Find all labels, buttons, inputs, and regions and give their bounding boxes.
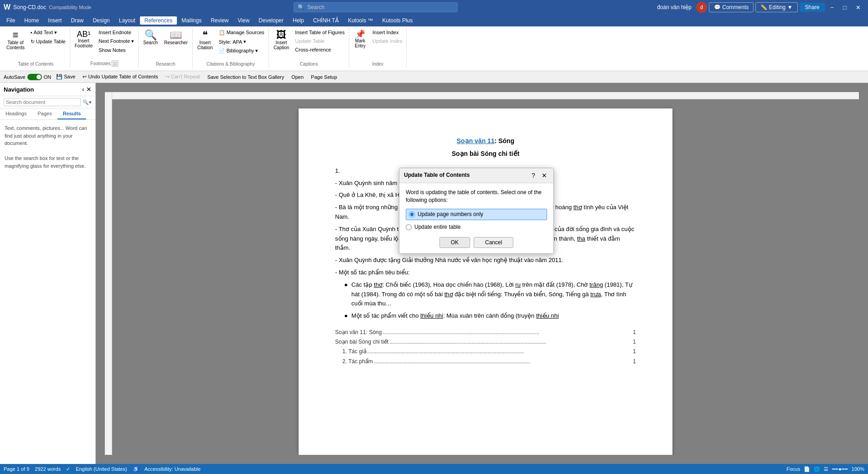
insert-citation-button[interactable]: ❝ InsertCitation [195, 28, 216, 52]
index-group-label: Index [351, 61, 404, 67]
title-bar-left: W Song-CD.doc Compatibility Mode [4, 3, 94, 11]
dialog-title-bar: Update Table of Contents ? ✕ [399, 168, 553, 183]
nav-tab-headings[interactable]: Headings [0, 108, 32, 119]
bullet-dot-2: ● [344, 311, 348, 321]
focus-button[interactable]: Focus [786, 466, 800, 472]
doc-main-title: Soạn văn 11: Sóng [335, 136, 636, 146]
minimize-button[interactable]: − [827, 3, 838, 12]
doc-toc: Soạn văn 11: Sóng ......................… [335, 328, 636, 366]
insert-caption-button[interactable]: 🖼 InsertCaption [271, 28, 292, 52]
dialog-close-button[interactable]: ✕ [540, 171, 549, 180]
nav-search-input[interactable] [4, 98, 81, 106]
document-area: Soạn văn 11: Sóng Soạn bài Sóng chi tiết… [96, 83, 868, 464]
avatar: đ [696, 2, 707, 13]
zoom-slider[interactable]: ━━●━━ [832, 466, 848, 472]
save-button-qa[interactable]: 💾 Save [54, 73, 78, 81]
menu-design[interactable]: Design [88, 16, 114, 25]
toc-dots-2: ........................................… [388, 338, 633, 346]
menu-file[interactable]: File [2, 16, 20, 25]
toc-icon: ≡ [13, 30, 19, 40]
insert-endnote-button[interactable]: Insert Endnote [96, 28, 136, 36]
menu-insert[interactable]: Insert [43, 16, 66, 25]
doc-title-link[interactable]: Soạn văn 11 [457, 137, 495, 144]
undo-button[interactable]: ↩ Undo Update Table of Contents [80, 73, 160, 81]
footnotes-column: Insert Endnote Next Footnote ▾ Show Note… [96, 28, 136, 54]
nav-tab-pages[interactable]: Pages [32, 108, 57, 119]
dialog-ok-button[interactable]: OK [439, 237, 470, 248]
menu-chinh-ta[interactable]: CHÍNH TẢ [309, 16, 343, 25]
search-button[interactable]: 🔍 Search [140, 28, 160, 47]
bibliography-button[interactable]: 📄 Bibliography ▾ [217, 46, 267, 55]
dialog-help-button[interactable]: ? [529, 171, 538, 180]
update-table-toc-button[interactable]: ↻ Update Table [28, 37, 68, 46]
add-text-button[interactable]: ▪ Add Text ▾ [28, 28, 68, 37]
insert-footnote-button[interactable]: AB¹ InsertFootnote [72, 28, 95, 50]
nav-collapse-btn[interactable]: ‹ [82, 86, 84, 93]
researcher-button[interactable]: 📖 Researcher [161, 28, 191, 47]
save-selection-button[interactable]: Save Selection to Text Box Gallery [205, 73, 287, 81]
dialog-description: Word is updating the table of contents. … [406, 189, 547, 204]
dialog-option-entire-table[interactable]: Update entire table [406, 223, 547, 232]
menu-help[interactable]: Help [288, 16, 309, 25]
view-print-icon[interactable]: 📄 [804, 466, 810, 472]
menu-kutools-plus[interactable]: Kutools Plus [378, 16, 418, 25]
manage-sources-button[interactable]: 📋 Manage Sources [217, 28, 267, 37]
doc-title-song: Sóng [496, 137, 514, 144]
dialog-cancel-button[interactable]: Cancel [474, 237, 513, 248]
footnote-icon: AB¹ [77, 30, 90, 38]
insert-index-button[interactable]: Insert Index [370, 28, 404, 36]
status-right: Focus 📄 🌐 ☰ ━━●━━ 100% [786, 466, 864, 472]
ribbon-group-citations: ❝ InsertCitation 📋 Manage Sources Style:… [193, 27, 269, 67]
toc-title-4: 2. Tác phẩm [342, 357, 373, 366]
style-select[interactable]: Style: APA ▾ [217, 37, 267, 46]
menu-view[interactable]: View [233, 16, 254, 25]
search-options-btn[interactable]: 🔍▾ [83, 99, 92, 105]
nav-help-text-1: Text, comments, pictures... Word can fin… [5, 124, 91, 147]
show-notes-button[interactable]: Show Notes [96, 46, 136, 54]
ribbon-groups: ≡ Table ofContents ▪ Add Text ▾ ↻ Update… [0, 27, 868, 67]
doc-para-7: - Một số tác phẩm tiêu biểu: [335, 268, 636, 278]
cross-reference-button[interactable]: Cross-reference [293, 46, 347, 54]
comments-button[interactable]: 💬 Comments [709, 2, 754, 12]
menu-review[interactable]: Review [206, 16, 233, 25]
menu-home[interactable]: Home [20, 16, 43, 25]
toc-line-2: Soạn bài Sóng chi tiết .................… [335, 338, 636, 346]
dialog-option-1-label: Update page numbers only [418, 210, 483, 219]
style-value: APA [232, 39, 242, 45]
mark-entry-button[interactable]: 📌 MarkEntry [351, 28, 369, 50]
menu-draw[interactable]: Draw [66, 16, 88, 25]
view-web-icon[interactable]: 🌐 [814, 466, 820, 472]
title-bar: W Song-CD.doc Compatibility Mode 🔍 Searc… [0, 0, 868, 15]
autosave-switch[interactable] [27, 74, 42, 80]
dialog-radio-page-numbers[interactable] [409, 211, 415, 217]
view-outline-icon[interactable]: ☰ [824, 466, 828, 472]
menu-mailings[interactable]: Mailings [177, 16, 206, 25]
menu-references[interactable]: References [140, 16, 177, 25]
editing-button[interactable]: ✏️ Editing ▼ [755, 2, 797, 12]
insert-table-of-figures-button[interactable]: Insert Table of Figures [293, 28, 347, 36]
open-button[interactable]: Open [289, 73, 306, 81]
footnotes-dialog-launcher[interactable]: ⊡ [112, 61, 118, 67]
search-ribbon-label: Search [143, 40, 158, 45]
dialog-radio-entire-table[interactable] [406, 224, 412, 230]
dialog-option-page-numbers[interactable]: Update page numbers only [406, 209, 547, 220]
doc-content-wrapper: Soạn văn 11: Sóng Soạn bài Sóng chi tiết… [112, 92, 859, 455]
search-placeholder: Search [307, 4, 325, 10]
maximize-button[interactable]: □ [839, 3, 850, 12]
nav-tab-results[interactable]: Results [57, 108, 87, 119]
zoom-level: 100% [852, 466, 864, 472]
table-of-contents-button[interactable]: ≡ Table ofContents [4, 28, 27, 52]
menu-kutools[interactable]: Kutools ™ [343, 16, 377, 25]
toc-line-3: 1. Tác giả .............................… [335, 347, 636, 356]
menu-layout[interactable]: Layout [114, 16, 140, 25]
mark-entry-label: MarkEntry [355, 38, 365, 48]
search-box[interactable]: 🔍 Search [294, 2, 458, 12]
share-button[interactable]: Share [800, 3, 825, 12]
nav-close-btn[interactable]: ✕ [86, 86, 92, 93]
menu-developer[interactable]: Developer [254, 16, 288, 25]
citation-label: InsertCitation [197, 40, 213, 50]
ribbon-group-idx-content: 📌 MarkEntry Insert Index Update Index [351, 28, 404, 61]
close-button[interactable]: ✕ [852, 3, 864, 12]
next-footnote-button[interactable]: Next Footnote ▾ [96, 37, 136, 46]
page-setup-button[interactable]: Page Setup [309, 73, 340, 81]
